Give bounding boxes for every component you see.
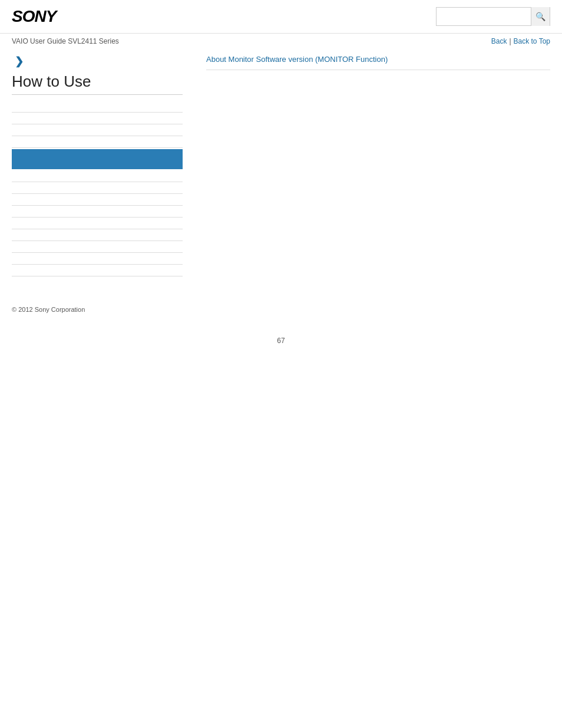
list-item[interactable] — [12, 170, 183, 182]
breadcrumb-guide-title: VAIO User Guide SVL2411 Series — [12, 37, 119, 45]
search-area: 🔍 — [436, 7, 550, 26]
list-item[interactable] — [12, 194, 183, 206]
list-item[interactable] — [12, 113, 183, 124]
content-area: About Monitor Software version (MONITOR … — [194, 55, 550, 276]
page-number: 67 — [0, 325, 562, 351]
back-link[interactable]: Back — [491, 37, 507, 45]
search-button[interactable]: 🔍 — [531, 7, 550, 26]
list-item[interactable] — [12, 253, 183, 265]
list-item[interactable] — [12, 241, 183, 253]
list-item[interactable] — [12, 265, 183, 276]
list-item-active-link[interactable] — [16, 155, 178, 163]
back-to-top-link[interactable]: Back to Top — [514, 37, 550, 45]
breadcrumb-bar: VAIO User Guide SVL2411 Series Back | Ba… — [0, 34, 562, 49]
search-input[interactable] — [437, 8, 531, 25]
sidebar-nav — [12, 101, 183, 276]
list-item[interactable] — [12, 206, 183, 218]
list-item[interactable] — [12, 182, 183, 194]
copyright-text: © 2012 Sony Corporation — [12, 306, 85, 313]
sidebar: ❯ How to Use — [12, 55, 194, 276]
main-container: ❯ How to Use About Monitor Software vers… — [0, 49, 562, 282]
list-item[interactable] — [12, 229, 183, 241]
list-item[interactable] — [12, 101, 183, 113]
list-item-active[interactable] — [12, 149, 183, 169]
sony-logo: SONY — [12, 7, 56, 26]
list-item[interactable] — [12, 124, 183, 136]
chevron-icon: ❯ — [15, 55, 183, 68]
list-item[interactable] — [12, 218, 183, 229]
list-item[interactable] — [12, 136, 183, 148]
header: SONY 🔍 — [0, 0, 562, 34]
footer: © 2012 Sony Corporation — [0, 294, 562, 325]
breadcrumb-separator: | — [509, 37, 511, 45]
breadcrumb-right: Back | Back to Top — [491, 37, 550, 45]
content-link[interactable]: About Monitor Software version (MONITOR … — [206, 55, 550, 70]
sidebar-title: How to Use — [12, 73, 183, 95]
search-icon: 🔍 — [535, 12, 546, 21]
